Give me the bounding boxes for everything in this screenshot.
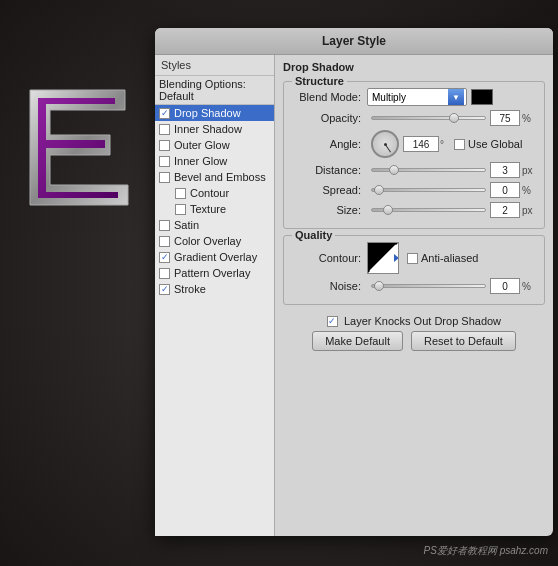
style-item-blending-options[interactable]: Blending Options: Default [155, 76, 274, 105]
layer-knocks-label: Layer Knocks Out Drop Shadow [344, 315, 501, 327]
styles-list: Blending Options: Default ✓ Drop Shadow … [155, 76, 274, 536]
size-slider-track[interactable] [371, 208, 486, 212]
style-item-gradient-overlay[interactable]: ✓ Gradient Overlay [155, 249, 274, 265]
drop-shadow-section-header: Drop Shadow [283, 61, 545, 73]
opacity-label: Opacity: [292, 112, 367, 124]
layer-knocks-row: ✓ Layer Knocks Out Drop Shadow [327, 315, 501, 327]
contour-label: Contour [190, 187, 229, 199]
structure-title: Structure [292, 75, 347, 87]
opacity-input[interactable]: 75 [490, 110, 520, 126]
distance-slider-thumb[interactable] [389, 165, 399, 175]
angle-degree-symbol: ° [440, 139, 444, 150]
inner-shadow-checkbox[interactable] [159, 124, 170, 135]
style-item-bevel-emboss[interactable]: Bevel and Emboss [155, 169, 274, 185]
spread-input[interactable]: 0 [490, 182, 520, 198]
noise-slider-thumb[interactable] [374, 281, 384, 291]
style-item-texture[interactable]: Texture [155, 201, 274, 217]
structure-section: Structure Blend Mode: Multiply ▼ Opacity… [283, 81, 545, 229]
use-global-checkbox[interactable] [454, 139, 465, 150]
layer-style-dialog: Layer Style Styles Blending Options: Def… [155, 28, 553, 536]
distance-slider-track[interactable] [371, 168, 486, 172]
gradient-overlay-checkbox[interactable]: ✓ [159, 252, 170, 263]
noise-unit: % [522, 281, 536, 292]
opacity-row: Opacity: 75 % [292, 110, 536, 126]
anti-aliased-label: Anti-aliased [421, 252, 478, 264]
blend-mode-value: Multiply [370, 92, 406, 103]
stroke-checkbox[interactable]: ✓ [159, 284, 170, 295]
style-item-inner-glow[interactable]: Inner Glow [155, 153, 274, 169]
outer-glow-checkbox[interactable] [159, 140, 170, 151]
spread-slider-track[interactable] [371, 188, 486, 192]
satin-checkbox[interactable] [159, 220, 170, 231]
size-row: Size: 2 px [292, 202, 536, 218]
angle-dial[interactable] [371, 130, 399, 158]
distance-unit: px [522, 165, 536, 176]
opacity-slider-thumb[interactable] [449, 113, 459, 123]
color-overlay-checkbox[interactable] [159, 236, 170, 247]
distance-input[interactable]: 3 [490, 162, 520, 178]
opacity-unit: % [522, 113, 536, 124]
watermark: PS爱好者教程网 psahz.com [424, 544, 548, 558]
contour-label: Contour: [292, 252, 367, 264]
bottom-section: ✓ Layer Knocks Out Drop Shadow Make Defa… [283, 311, 545, 357]
dialog-title: Layer Style [322, 34, 386, 48]
noise-slider-container [367, 284, 490, 288]
opacity-slider-container [367, 116, 490, 120]
texture-checkbox[interactable] [175, 204, 186, 215]
drop-shadow-label: Drop Shadow [174, 107, 241, 119]
opacity-slider-track[interactable] [371, 116, 486, 120]
texture-label: Texture [190, 203, 226, 215]
style-item-drop-shadow[interactable]: ✓ Drop Shadow [155, 105, 274, 121]
inner-glow-checkbox[interactable] [159, 156, 170, 167]
size-input[interactable]: 2 [490, 202, 520, 218]
noise-slider-track[interactable] [371, 284, 486, 288]
distance-slider-container [367, 168, 490, 172]
quality-title: Quality [292, 229, 335, 241]
noise-input[interactable]: 0 [490, 278, 520, 294]
blend-mode-arrow: ▼ [448, 89, 464, 105]
style-item-inner-shadow[interactable]: Inner Shadow [155, 121, 274, 137]
spread-slider-thumb[interactable] [374, 185, 384, 195]
blend-mode-row: Blend Mode: Multiply ▼ [292, 88, 536, 106]
style-item-contour[interactable]: Contour [155, 185, 274, 201]
style-item-pattern-overlay[interactable]: Pattern Overlay [155, 265, 274, 281]
spread-unit: % [522, 185, 536, 196]
color-overlay-label: Color Overlay [174, 235, 241, 247]
style-item-color-overlay[interactable]: Color Overlay [155, 233, 274, 249]
gradient-overlay-label: Gradient Overlay [174, 251, 257, 263]
size-unit: px [522, 205, 536, 216]
size-slider-thumb[interactable] [383, 205, 393, 215]
spread-label: Spread: [292, 184, 367, 196]
e-graphic [20, 80, 140, 220]
size-slider-container [367, 208, 490, 212]
anti-aliased-container: Anti-aliased [407, 252, 478, 264]
dialog-body: Styles Blending Options: Default ✓ Drop … [155, 55, 553, 536]
angle-needle [385, 144, 391, 153]
contour-preview[interactable] [367, 242, 399, 274]
angle-input[interactable]: 146 [403, 136, 439, 152]
bevel-emboss-checkbox[interactable] [159, 172, 170, 183]
style-item-stroke[interactable]: ✓ Stroke [155, 281, 274, 297]
noise-row: Noise: 0 % [292, 278, 536, 294]
drop-shadow-checkbox[interactable]: ✓ [159, 108, 170, 119]
dialog-titlebar: Layer Style [155, 28, 553, 55]
contour-row: Contour: Anti-aliased [292, 242, 536, 274]
spread-row: Spread: 0 % [292, 182, 536, 198]
make-default-button[interactable]: Make Default [312, 331, 403, 351]
pattern-overlay-checkbox[interactable] [159, 268, 170, 279]
settings-panel: Drop Shadow Structure Blend Mode: Multip… [275, 55, 553, 536]
style-item-outer-glow[interactable]: Outer Glow [155, 137, 274, 153]
blending-options-label: Blending Options: Default [159, 78, 270, 102]
pattern-overlay-label: Pattern Overlay [174, 267, 250, 279]
shadow-color-swatch[interactable] [471, 89, 493, 105]
anti-aliased-checkbox[interactable] [407, 253, 418, 264]
distance-label: Distance: [292, 164, 367, 176]
button-row: Make Default Reset to Default [312, 331, 516, 351]
noise-label: Noise: [292, 280, 367, 292]
reset-to-default-button[interactable]: Reset to Default [411, 331, 516, 351]
use-global-text: Use Global [468, 138, 522, 150]
blend-mode-select[interactable]: Multiply ▼ [367, 88, 467, 106]
layer-knocks-checkbox[interactable]: ✓ [327, 316, 338, 327]
contour-checkbox[interactable] [175, 188, 186, 199]
style-item-satin[interactable]: Satin [155, 217, 274, 233]
